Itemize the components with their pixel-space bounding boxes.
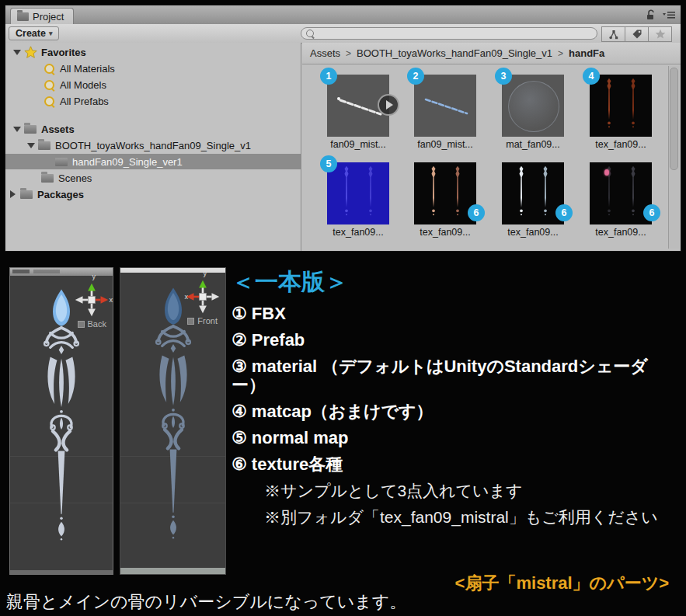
tab-project[interactable]: Project	[10, 8, 74, 25]
notes-block: ＜一本版＞ ① FBX ② Prefab ③ material （デフォルトはU…	[232, 267, 681, 534]
disclosure-open-icon[interactable]	[27, 143, 35, 148]
unity-project-window: Project Create ▾	[5, 5, 681, 252]
disclosure-open-icon[interactable]	[13, 50, 21, 55]
texture-thumbnail	[590, 162, 652, 224]
asset-texture-dark[interactable]: 6 tex_fan09...	[590, 162, 652, 224]
tree-item-selected-folder[interactable]: handFan09_Single_ver1	[5, 154, 301, 169]
project-tree: Favorites All Materials All Models All P…	[5, 43, 301, 251]
asset-prefab[interactable]: 2 fan09_mist...	[414, 75, 476, 137]
tree-item-all-materials[interactable]: All Materials	[5, 61, 301, 76]
panel-menu-icon[interactable]	[662, 10, 676, 20]
asset-label: tex_fan09...	[582, 139, 660, 150]
tab-bar: Project	[5, 5, 681, 25]
texture-thumbnail	[414, 162, 476, 224]
orientation-gizmo	[185, 279, 221, 315]
tree-item-scenes[interactable]: Scenes	[5, 170, 301, 186]
search-icon	[306, 30, 314, 37]
annotation-badge: 6	[468, 204, 485, 221]
chevron-down-icon: ▾	[49, 30, 53, 37]
asset-label: tex_fan09...	[319, 227, 397, 238]
material-thumbnail	[502, 75, 564, 137]
note-item-3: ③ material （デフォルトはUnityのStandardシェーダー）	[232, 357, 681, 395]
view-orientation-label[interactable]: Back	[78, 319, 106, 329]
search-by-type-button[interactable]	[601, 26, 625, 42]
tree-item-all-models[interactable]: All Models	[5, 77, 301, 92]
asset-texture-tan[interactable]: 6 tex_fan09...	[414, 162, 476, 224]
asset-texture-silver[interactable]: 6 tex_fan09...	[502, 162, 564, 224]
note-item-1: ① FBX	[232, 305, 681, 323]
annotation-badge: 6	[555, 204, 573, 221]
create-button[interactable]: Create ▾	[9, 26, 59, 40]
tree-label: Assets	[41, 124, 75, 135]
breadcrumb-separator: >	[346, 48, 351, 59]
view-orientation-label[interactable]: Front	[187, 316, 218, 325]
parts-caption: <扇子「mistral」のパーツ>	[455, 572, 669, 595]
annotation-badge: 6	[643, 204, 660, 221]
asset-label: tex_fan09...	[406, 227, 484, 238]
star-icon	[655, 29, 666, 40]
annotation-badge: 2	[407, 68, 424, 85]
project-toolbar: Create ▾	[5, 24, 681, 44]
asset-texture-matcap[interactable]: 4 tex_fan09...	[590, 75, 652, 137]
tree-label: BOOTH_toyaWorks_handFan09_Single_v1	[55, 140, 251, 151]
grid-scrollbar[interactable]	[668, 66, 679, 249]
folder-icon	[17, 12, 29, 21]
preview-panel-back: y x Back	[9, 267, 113, 575]
tree-label: All Materials	[60, 63, 115, 75]
asset-grid: 1 fan09_mist... 2 fan09_mist...	[302, 64, 681, 251]
disclosure-closed-icon[interactable]	[10, 190, 16, 198]
tree-label: Packages	[37, 189, 84, 200]
saved-search-button[interactable]	[648, 26, 672, 42]
tag-icon	[632, 29, 642, 40]
disclosure-open-icon[interactable]	[13, 127, 21, 132]
folder-icon	[20, 190, 33, 199]
search-bar[interactable]	[301, 27, 597, 40]
search-by-type-icon	[608, 30, 619, 40]
pink-gem-dot	[604, 169, 609, 176]
search-input[interactable]	[317, 29, 592, 38]
cube-icon	[187, 318, 194, 325]
tree-item-all-prefabs[interactable]: All Prefabs	[5, 93, 301, 109]
tree-item-assets[interactable]: Assets	[5, 121, 301, 137]
tree-item-booth-folder[interactable]: BOOTH_toyaWorks_handFan09_Single_v1	[5, 137, 301, 153]
tree-label: All Models	[60, 79, 106, 91]
note-item-2: ② Prefab	[232, 331, 681, 350]
titlebar-text-mark	[12, 270, 30, 273]
asset-material[interactable]: 3 mat_fan09...	[502, 75, 564, 137]
breadcrumb-current-folder[interactable]: handFa	[569, 47, 604, 59]
asset-label: fan09_mist...	[406, 139, 484, 150]
note-item-5: ⑤ normal map	[232, 429, 681, 447]
viewport-floor	[120, 568, 225, 574]
query-icon	[44, 64, 54, 74]
asset-texture-normal-map[interactable]: 5 tex_fan09...	[327, 162, 389, 224]
annotation-badge: 1	[320, 68, 337, 85]
note-subitem-2: ※別フォルダ「tex_fan09_mistral」もご利用ください	[264, 508, 681, 527]
tree-item-packages[interactable]: Packages	[5, 186, 301, 202]
breadcrumb-assets[interactable]: Assets	[310, 47, 340, 59]
tree-label: Scenes	[58, 172, 92, 184]
viewport-floor	[10, 570, 113, 574]
axis-x-label: x	[185, 293, 189, 301]
prefab-thumbnail	[414, 75, 476, 137]
favorites-star-icon	[24, 46, 37, 59]
note-item-6: ⑥ texture各種	[232, 455, 681, 474]
breadcrumb-booth-folder[interactable]: BOOTH_toyaWorks_handFan09_Single_v1	[357, 47, 552, 59]
preview-window-topstrip	[120, 268, 225, 273]
query-icon	[44, 80, 54, 90]
material-sphere	[508, 81, 559, 132]
scrollbar-handle[interactable]	[670, 68, 678, 170]
play-preview-icon[interactable]	[378, 94, 399, 116]
search-by-label-button[interactable]	[625, 26, 649, 42]
asset-label: tex_fan09...	[582, 227, 660, 238]
tree-label: Favorites	[41, 47, 86, 58]
notes-heading: ＜一本版＞	[232, 267, 681, 297]
asset-label: tex_fan09...	[494, 227, 572, 238]
unlock-icon[interactable]	[646, 9, 656, 20]
asset-fbx[interactable]: 1 fan09_mist...	[327, 75, 389, 137]
axis-y-label: y	[92, 273, 96, 280]
folder-icon	[38, 141, 50, 150]
tree-item-favorites[interactable]: Favorites	[5, 44, 301, 60]
create-button-label: Create	[16, 28, 46, 39]
bottom-caption: 親骨とメインの骨のリバーシブルになっています。	[6, 590, 406, 614]
tree-label: All Prefabs	[60, 96, 109, 107]
